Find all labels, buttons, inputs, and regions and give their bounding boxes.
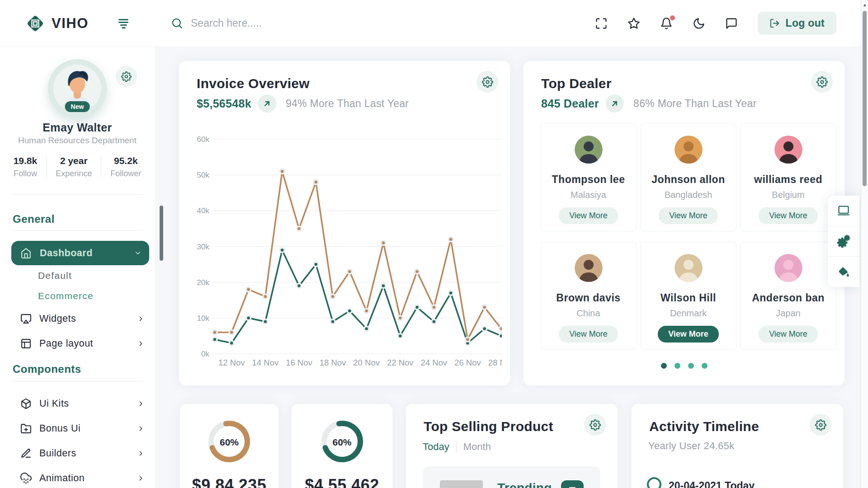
chevron-right-icon	[137, 315, 145, 323]
view-more-button[interactable]: View More	[559, 326, 618, 343]
trend-up-circle	[258, 94, 276, 113]
layout-icon	[20, 338, 32, 349]
view-more-button[interactable]: View More	[559, 207, 618, 224]
chevron-down-icon	[134, 249, 142, 257]
chevron-right-icon	[137, 474, 145, 482]
donut-percent: 60%	[204, 417, 254, 468]
viho-logo-icon	[25, 13, 46, 34]
card-settings-button[interactable]	[811, 71, 833, 93]
card-settings-button[interactable]	[810, 414, 831, 436]
card-title: Activity Timeline	[649, 419, 759, 434]
sidebar-item-animation[interactable]: Animation	[0, 467, 155, 488]
bookmark-button[interactable]	[627, 17, 640, 30]
sidebar-item-bonus-ui[interactable]: Bonus Ui	[0, 418, 155, 439]
card-title: Top Dealer	[541, 76, 612, 91]
airplay-icon	[20, 313, 32, 324]
sidebar-toggle-hamburger-icon[interactable]	[118, 18, 129, 29]
cloud-drizzle-icon	[20, 473, 32, 484]
color-theme-button[interactable]	[828, 256, 859, 287]
svg-text:18 Nov: 18 Nov	[320, 358, 346, 367]
scroll-up-arrow-icon[interactable]: ▲	[861, 2, 868, 7]
sidebar-scrollbar[interactable]	[160, 206, 163, 261]
donut-gauge: 60%	[317, 417, 367, 468]
svg-text:22 Nov: 22 Nov	[387, 358, 414, 367]
profile-department: Human Resources Department	[0, 136, 155, 145]
topbar-actions: Log out	[595, 12, 861, 35]
svg-text:16 Nov: 16 Nov	[286, 358, 312, 367]
tab-today[interactable]: Today	[423, 441, 449, 453]
dark-mode-button[interactable]	[693, 17, 705, 30]
add-to-cart-button[interactable]	[561, 480, 584, 488]
card-title: Invoice Overview	[197, 76, 310, 91]
sidebar-item-page-layout[interactable]: Page layout	[0, 333, 155, 354]
window-scrollbar[interactable]: ▲	[861, 0, 868, 488]
fullscreen-button[interactable]	[595, 17, 608, 30]
svg-text:20k: 20k	[197, 278, 210, 287]
card-settings-button[interactable]	[584, 414, 606, 436]
timeline-marker	[647, 477, 661, 488]
svg-text:12 Nov: 12 Nov	[218, 358, 245, 367]
view-more-button[interactable]: View More	[759, 326, 818, 343]
invoice-overview-card: Invoice Overview $5,56548k 94% More Than…	[179, 61, 510, 385]
dealer-card: Wilson Hill Denmark View More	[640, 242, 736, 350]
edit-pencil-icon	[20, 448, 32, 459]
invoice-line-chart: 0k10k20k30k40k50k60k12 Nov14 Nov16 Nov18…	[192, 133, 502, 368]
dealer-card: williams reed Belgium View More	[740, 123, 836, 231]
svg-text:0k: 0k	[201, 350, 209, 358]
carousel-dot[interactable]	[675, 363, 680, 369]
box-icon	[20, 398, 32, 409]
notifications-button[interactable]	[660, 17, 673, 30]
dashboard-page: VIHO	[0, 0, 868, 488]
status-badge: New	[65, 101, 90, 112]
activity-timeline-card: Activity Timeline Yearly User 24.65k 20-…	[632, 404, 843, 488]
nav-heading-components: Components	[13, 363, 81, 375]
sidebar-item-default[interactable]: Default	[38, 270, 72, 281]
fullscreen-icon	[595, 17, 608, 30]
donut-gauge: 60%	[204, 417, 254, 468]
sidebar-item-dashboard[interactable]: Dashboard	[11, 241, 149, 265]
profile-settings-button[interactable]	[116, 66, 137, 87]
laptop-icon	[837, 204, 850, 217]
paint-bucket-icon	[837, 266, 850, 278]
dealer-photo	[675, 136, 703, 164]
period-tabs: Today Month	[423, 441, 491, 453]
messages-button[interactable]	[725, 17, 738, 30]
gear-icon	[590, 419, 601, 431]
view-more-button[interactable]: View More	[659, 207, 718, 224]
settings-button[interactable]	[828, 226, 859, 257]
gauge-amount: $9,84,235	[180, 476, 278, 488]
logout-button[interactable]: Log out	[758, 12, 836, 35]
carousel-dot[interactable]	[688, 363, 694, 369]
arrow-up-right-icon	[611, 99, 619, 108]
card-settings-button[interactable]	[476, 71, 498, 93]
svg-text:28 Nov: 28 Nov	[488, 358, 502, 367]
sidebar-item-ui-kits[interactable]: Ui Kits	[0, 393, 155, 414]
sidebar-item-widgets[interactable]: Widgets	[0, 308, 155, 329]
search-input[interactable]	[191, 17, 363, 29]
dealer-count: 845 Dealer	[541, 97, 599, 110]
carousel-dot[interactable]	[661, 363, 667, 369]
home-icon	[20, 248, 32, 259]
svg-text:20 Nov: 20 Nov	[353, 358, 380, 367]
scrollbar-thumb[interactable]	[863, 11, 867, 186]
logout-icon	[769, 18, 780, 28]
dealer-photo	[774, 254, 802, 282]
divider	[11, 230, 143, 231]
sidebar-item-builders[interactable]: Builders	[0, 442, 155, 464]
trend-up-circle	[606, 94, 624, 113]
stat-follow: 19.8k Follow	[5, 155, 47, 178]
profile-name: Emay Walter	[0, 121, 155, 134]
preview-button[interactable]	[828, 196, 859, 226]
view-more-button[interactable]: View More	[759, 207, 818, 224]
tab-month[interactable]: Month	[463, 441, 491, 453]
stat-follower: 95.2k Follower	[101, 155, 150, 178]
divider	[11, 194, 143, 195]
arrow-up-right-icon	[263, 99, 271, 108]
svg-text:30k: 30k	[197, 243, 210, 251]
dealer-stat-line: 845 Dealer 86% More Than Last Year	[541, 94, 757, 113]
sidebar-item-ecommerce[interactable]: Ecommerce	[38, 291, 94, 301]
main-content: Invoice Overview $5,56548k 94% More Than…	[155, 47, 861, 488]
carousel-dot[interactable]	[702, 363, 708, 369]
view-more-button[interactable]: View More	[658, 326, 719, 343]
divider	[456, 441, 457, 453]
